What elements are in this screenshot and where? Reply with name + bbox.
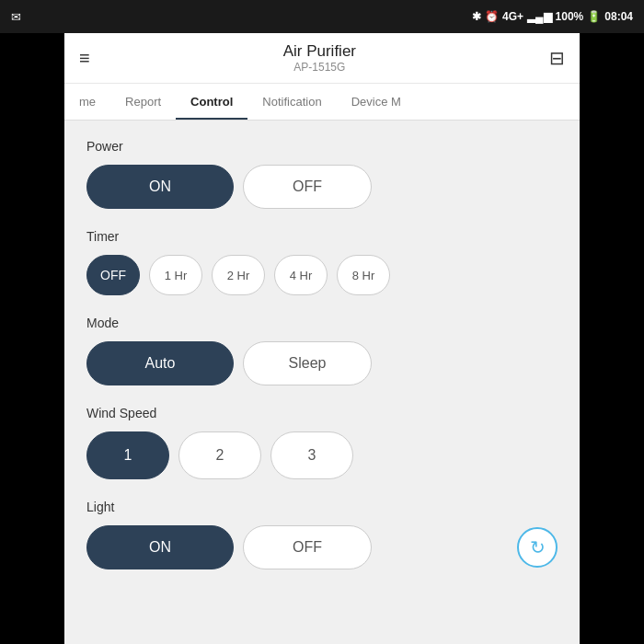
timer-1hr-button[interactable]: 1 Hr <box>149 255 202 295</box>
tab-notification[interactable]: Notification <box>247 84 336 120</box>
power-off-button[interactable]: OFF <box>243 165 372 209</box>
alarm-icon: ⏰ <box>485 10 499 23</box>
content-area: Power ON OFF Timer OFF 1 Hr 2 Hr 4 Hr 8 … <box>64 121 580 644</box>
mode-label: Mode <box>86 316 558 330</box>
power-btn-group: ON OFF <box>86 165 558 209</box>
timer-off-button[interactable]: OFF <box>86 255 140 295</box>
mode-auto-button[interactable]: Auto <box>86 341 234 385</box>
refresh-button[interactable]: ↻ <box>517 527 558 568</box>
mode-btn-group: Auto Sleep <box>86 341 558 385</box>
light-btn-group: ON OFF ↻ <box>86 525 558 569</box>
timer-2hr-button[interactable]: 2 Hr <box>212 255 265 295</box>
light-on-button[interactable]: ON <box>86 525 234 569</box>
status-bar: ✉ ✱ ⏰ 4G+ ▂▄▆ 100% 🔋 08:04 <box>0 0 644 33</box>
timer-4hr-button[interactable]: 4 Hr <box>274 255 328 295</box>
timer-btn-group: OFF 1 Hr 2 Hr 4 Hr 8 Hr <box>86 255 558 295</box>
wind-speed-label: Wind Speed <box>86 406 558 420</box>
timer-section: Timer OFF 1 Hr 2 Hr 4 Hr 8 Hr <box>86 229 558 295</box>
app-subtitle: AP-1515G <box>283 61 356 74</box>
wind-speed-section: Wind Speed 1 2 3 <box>86 406 558 479</box>
wind-speed-2-button[interactable]: 2 <box>178 431 261 479</box>
tab-control[interactable]: Control <box>176 84 247 120</box>
signal-indicator: 4G+ <box>502 10 523 23</box>
wind-speed-1-button[interactable]: 1 <box>86 431 169 479</box>
hamburger-menu-button[interactable]: ≡ <box>79 48 90 69</box>
header-title-group: Air Purifier AP-1515G <box>283 42 356 74</box>
signal-bars: ▂▄▆ <box>527 10 552 23</box>
app-title: Air Purifier <box>283 42 356 61</box>
bluetooth-icon: ✱ <box>472 10 481 23</box>
light-section: Light ON OFF ↻ <box>86 500 558 569</box>
phone-frame: ≡ Air Purifier AP-1515G ⊟ me Report Cont… <box>64 33 580 644</box>
time-display: 08:04 <box>604 10 633 23</box>
menu-icon[interactable]: ⊟ <box>549 47 565 69</box>
timer-8hr-button[interactable]: 8 Hr <box>337 255 390 295</box>
tab-home[interactable]: me <box>64 84 110 120</box>
power-on-button[interactable]: ON <box>86 165 234 209</box>
timer-label: Timer <box>86 229 558 244</box>
wind-speed-btn-group: 1 2 3 <box>86 431 558 479</box>
app-header: ≡ Air Purifier AP-1515G ⊟ <box>64 33 580 84</box>
mode-sleep-button[interactable]: Sleep <box>243 341 372 385</box>
refresh-icon: ↻ <box>530 536 546 558</box>
battery-icon: 🔋 <box>587 10 601 23</box>
email-icon: ✉ <box>11 10 21 24</box>
light-off-button[interactable]: OFF <box>243 525 372 569</box>
tab-report[interactable]: Report <box>110 84 176 120</box>
tab-device[interactable]: Device M <box>337 84 416 120</box>
power-label: Power <box>86 139 558 154</box>
tab-navigation: me Report Control Notification Device M <box>64 84 580 121</box>
wind-speed-3-button[interactable]: 3 <box>270 431 353 479</box>
light-label: Light <box>86 500 558 514</box>
battery-indicator: 100% <box>556 10 584 23</box>
power-section: Power ON OFF <box>86 139 558 209</box>
mode-section: Mode Auto Sleep <box>86 316 558 385</box>
